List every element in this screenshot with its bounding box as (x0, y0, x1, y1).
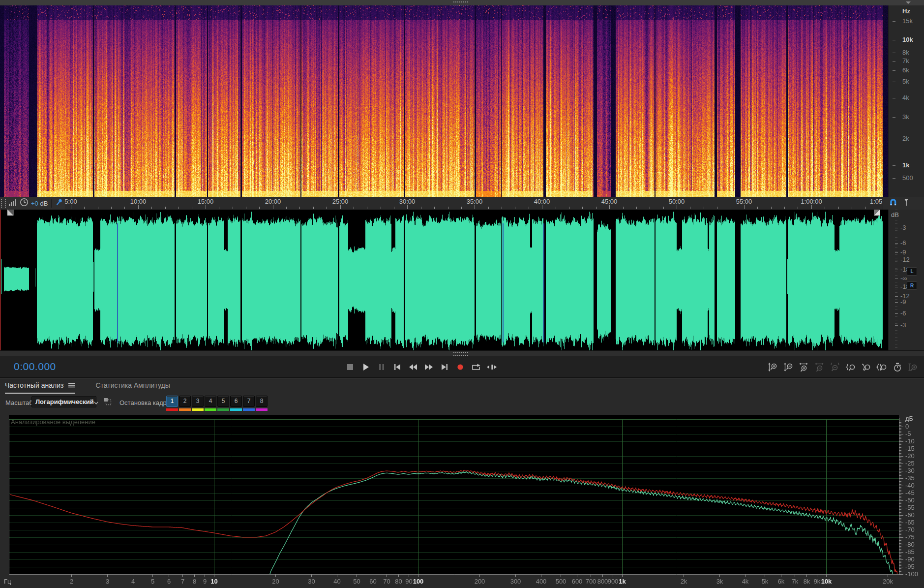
timeline-label: 5:00 (64, 198, 77, 205)
frame-hold-number[interactable]: 1 (166, 396, 178, 407)
frame-hold-number[interactable]: 8 (256, 396, 268, 407)
loop-playback-button[interactable] (470, 363, 482, 371)
frame-hold-number[interactable]: 2 (179, 396, 191, 407)
timer-button[interactable] (891, 362, 903, 372)
marker-icon[interactable] (903, 198, 910, 209)
frame-hold-1[interactable]: 1 (166, 396, 178, 411)
splitter-grip-icon[interactable] (453, 352, 468, 356)
timecode-display[interactable]: 0:00.000 (14, 361, 56, 372)
zoom-reset-button (829, 362, 841, 372)
skip-to-end-button[interactable] (439, 363, 450, 371)
clock-icon[interactable] (20, 198, 29, 209)
fast-forward-button[interactable] (423, 363, 435, 371)
timeline-ruler[interactable]: 5:0010:0015:0020:0025:0030:0035:0040:004… (0, 197, 924, 210)
timeline-toolbar: +0 dB (0, 197, 65, 210)
timeline-tick (865, 207, 865, 209)
freq-tick (893, 40, 895, 40)
tab-frequency-analysis[interactable]: Частотный анализ (5, 381, 75, 394)
zoom-out-point-button[interactable] (860, 362, 872, 372)
timeline-tick (663, 207, 664, 209)
db-label: -3 (900, 321, 906, 329)
freq-label: 4k (902, 94, 909, 101)
timeline-tick (394, 207, 394, 209)
tab-amplitude-statistics[interactable]: Статистика Амплитуды (95, 381, 170, 393)
corner-grabber-right-icon[interactable] (874, 210, 880, 216)
zoom-in-vertical-button[interactable] (767, 362, 779, 372)
timeline-label: 10:00 (130, 198, 147, 205)
frame-hold-number[interactable]: 7 (243, 396, 255, 407)
freq-label: 5k (902, 78, 909, 85)
db-tick (895, 287, 898, 287)
frame-hold-number[interactable]: 4 (205, 396, 216, 407)
zoom-selection-button[interactable] (876, 362, 888, 372)
tab-label: Частотный анализ (5, 381, 63, 389)
timeline-tick (623, 207, 624, 209)
zoom-in-horizontal-button[interactable] (798, 362, 810, 372)
snap-magnet-icon[interactable] (888, 198, 898, 209)
channel-left-button[interactable]: L (907, 267, 917, 276)
freq-label: 10k (902, 36, 913, 43)
frame-hold-7[interactable]: 7 (243, 396, 255, 411)
panel-menu-icon[interactable] (906, 1, 911, 4)
play-button[interactable] (360, 363, 372, 371)
zoom-out-vertical-button[interactable] (783, 362, 795, 372)
freq-tick (893, 117, 895, 118)
frame-hold-2[interactable]: 2 (179, 396, 191, 411)
timeline-tick (636, 207, 637, 209)
freq-label: 7k (902, 57, 909, 64)
frame-hold-4[interactable]: 4 (205, 396, 216, 411)
freq-tick (893, 53, 895, 53)
frame-hold-number[interactable]: 6 (230, 396, 242, 407)
skip-to-start-button[interactable] (391, 363, 403, 371)
spectrogram-display[interactable] (0, 5, 888, 197)
gain-readout[interactable]: +0 dB (31, 200, 48, 207)
corner-grabber-left-icon[interactable] (7, 210, 14, 216)
scale-dropdown[interactable]: Логарифмический (31, 396, 96, 407)
timeline-ticks[interactable]: 5:0010:0015:0020:0025:0030:0035:0040:004… (0, 197, 883, 210)
frame-hold-number[interactable]: 3 (192, 396, 204, 407)
timeline-tick (596, 207, 596, 209)
record-button[interactable] (454, 363, 466, 371)
panel-menu-icon[interactable] (68, 381, 75, 389)
analysis-controls: Масштаб: Логарифмический Остановка кадра… (0, 394, 924, 414)
waveform-display[interactable] (0, 210, 888, 350)
frame-hold-6[interactable]: 6 (230, 396, 242, 411)
zoom-in-point-button[interactable] (845, 362, 857, 372)
frame-hold-number[interactable]: 5 (217, 396, 229, 407)
timeline-tick (340, 205, 341, 209)
amplitude-ruler[interactable]: dB -3-6-9-12-18-∞-18-12-9-6-3 L R (888, 210, 924, 350)
pause-button[interactable] (376, 363, 387, 371)
zoom-out-horizontal-button (814, 362, 826, 372)
freq-label: 1k (902, 161, 909, 169)
minor-ticks (895, 210, 897, 350)
timeline-tick (259, 207, 260, 209)
freq-tick (893, 70, 895, 71)
levels-icon[interactable] (8, 198, 17, 208)
transport-buttons (344, 356, 498, 378)
freq-label: 15k (902, 17, 913, 25)
copy-frames-icon[interactable] (103, 397, 113, 406)
move-playhead-button[interactable] (486, 363, 498, 371)
pin-icon[interactable] (55, 198, 63, 208)
freq-tick (893, 61, 895, 62)
stop-button[interactable] (344, 363, 356, 371)
frequency-ruler[interactable]: Hz 15k10k8k7k6k5k4k3k2k1k500 (888, 5, 924, 197)
db-label: -9 (900, 248, 906, 256)
panel-grip-icon[interactable] (1, 199, 6, 208)
transport-bar: 0:00.000 (0, 356, 924, 378)
rewind-button[interactable] (407, 363, 419, 371)
channel-right-button[interactable]: R (907, 281, 917, 290)
freq-label: 6k (902, 66, 909, 74)
frame-hold-8[interactable]: 8 (256, 396, 268, 411)
scale-label: Масштаб: (5, 399, 34, 406)
panel-splitter-middle[interactable] (0, 350, 924, 356)
timeline-tick (286, 207, 287, 209)
frame-hold-3[interactable]: 3 (192, 396, 204, 411)
timeline-tick (502, 207, 502, 209)
frame-hold-5[interactable]: 5 (217, 396, 229, 411)
freq-tick (893, 82, 895, 82)
frequency-analysis-graph[interactable] (0, 414, 924, 588)
zoom-toolbar (767, 356, 919, 378)
panel-splitter-top[interactable] (0, 0, 924, 5)
audition-app: Hz 15k10k8k7k6k5k4k3k2k1k500 5:0010:0015… (0, 0, 924, 588)
